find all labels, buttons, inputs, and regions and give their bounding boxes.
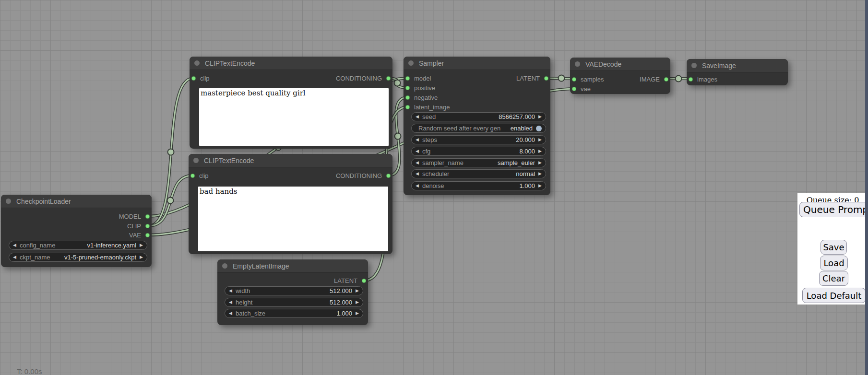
node-title: CLIPTextEncode xyxy=(204,157,254,164)
widget-width[interactable]: ◀ width 512.000 ▶ xyxy=(225,286,363,295)
widget-label: batch_size xyxy=(236,310,265,317)
increment-arrow-icon[interactable]: ▶ xyxy=(356,311,359,316)
decrement-arrow-icon[interactable]: ◀ xyxy=(416,184,419,188)
timing-stats-label: T: 0.00s xyxy=(17,367,42,375)
decrement-arrow-icon[interactable]: ◀ xyxy=(13,255,16,259)
node-collapse-dot-icon[interactable] xyxy=(194,60,200,66)
widget-value: 512.000 xyxy=(330,287,352,294)
widget-random-seed-toggle[interactable]: Random seed after every gen enabled xyxy=(411,124,546,133)
input-dot[interactable] xyxy=(572,87,576,91)
node-save-image[interactable]: SaveImage images xyxy=(687,59,788,85)
decrement-arrow-icon[interactable]: ◀ xyxy=(13,243,16,247)
widget-value: enabled xyxy=(511,125,533,132)
increment-arrow-icon[interactable]: ▶ xyxy=(356,289,359,293)
widget-steps[interactable]: ◀ steps 20.000 ▶ xyxy=(411,135,546,144)
widget-value: 1.000 xyxy=(520,182,535,189)
input-dot[interactable] xyxy=(405,86,410,90)
node-sampler[interactable]: Sampler model LATENT positive negative l… xyxy=(404,57,550,195)
increment-arrow-icon[interactable]: ▶ xyxy=(140,243,143,247)
node-collapse-dot-icon[interactable] xyxy=(691,63,697,68)
widget-scheduler[interactable]: ◀ scheduler normal ▶ xyxy=(411,169,546,178)
slot-label: images xyxy=(697,76,717,83)
widget-seed[interactable]: ◀ seed 8566257.000 ▶ xyxy=(411,112,546,121)
node-clip-text-encode-negative[interactable]: CLIPTextEncode clip CONDITIONING bad han… xyxy=(189,154,392,254)
node-title-bar[interactable]: VAEDecode xyxy=(570,58,670,71)
widget-batch-size[interactable]: ◀ batch_size 1.000 ▶ xyxy=(225,309,363,318)
node-clip-text-encode-positive[interactable]: CLIPTextEncode clip CONDITIONING masterp… xyxy=(190,57,392,149)
node-title-bar[interactable]: Sampler xyxy=(404,57,550,70)
load-default-button[interactable]: Load Default xyxy=(802,288,866,303)
clear-button[interactable]: Clear xyxy=(819,271,848,286)
widget-config-name[interactable]: ◀ config_name v1-inference.yaml ▶ xyxy=(9,241,147,250)
increment-arrow-icon[interactable]: ▶ xyxy=(538,161,542,165)
widget-denoise[interactable]: ◀ denoise 1.000 ▶ xyxy=(411,181,546,190)
output-dot[interactable] xyxy=(145,214,150,219)
widget-label: denoise xyxy=(422,182,444,189)
node-collapse-dot-icon[interactable] xyxy=(193,158,199,163)
node-title-bar[interactable]: CLIPTextEncode xyxy=(190,57,392,70)
node-collapse-dot-icon[interactable] xyxy=(222,263,227,269)
node-title: CheckpointLoader xyxy=(16,198,71,205)
increment-arrow-icon[interactable]: ▶ xyxy=(538,172,542,176)
node-title-bar[interactable]: CLIPTextEncode xyxy=(189,154,392,167)
output-slot-conditioning: CONDITIONING xyxy=(190,74,392,82)
output-dot[interactable] xyxy=(362,279,366,283)
node-title: VAEDecode xyxy=(585,60,621,68)
node-vae-decode[interactable]: VAEDecode samples IMAGE vae xyxy=(570,58,670,94)
increment-arrow-icon[interactable]: ▶ xyxy=(538,184,542,188)
output-dot[interactable] xyxy=(544,76,548,81)
decrement-arrow-icon[interactable]: ◀ xyxy=(229,300,232,305)
node-title-bar[interactable]: SaveImage xyxy=(687,59,788,72)
prompt-textarea-negative[interactable]: bad hands xyxy=(198,187,388,251)
node-collapse-dot-icon[interactable] xyxy=(408,60,414,66)
input-dot[interactable] xyxy=(689,77,693,82)
widget-value: 20.000 xyxy=(516,136,535,143)
prompt-textarea-positive[interactable]: masterpiece best quality girl xyxy=(199,88,389,146)
node-empty-latent-image[interactable]: EmptyLatentImage LATENT ◀ width 512.000 … xyxy=(217,259,368,325)
slot-label: CLIP xyxy=(127,223,141,230)
widget-cfg[interactable]: ◀ cfg 8.000 ▶ xyxy=(411,147,546,156)
toggle-circle-icon[interactable] xyxy=(536,126,542,131)
output-slot-clip: CLIP xyxy=(1,222,152,230)
decrement-arrow-icon[interactable]: ◀ xyxy=(416,149,419,153)
load-button[interactable]: Load xyxy=(820,256,848,270)
widget-height[interactable]: ◀ height 512.000 ▶ xyxy=(225,298,363,307)
input-dot[interactable] xyxy=(405,95,410,100)
decrement-arrow-icon[interactable]: ◀ xyxy=(416,172,419,176)
decrement-arrow-icon[interactable]: ◀ xyxy=(416,138,419,142)
node-title: CLIPTextEncode xyxy=(205,59,255,67)
increment-arrow-icon[interactable]: ▶ xyxy=(538,149,542,153)
widget-label: config_name xyxy=(20,242,55,249)
increment-arrow-icon[interactable]: ▶ xyxy=(538,115,542,119)
increment-arrow-icon[interactable]: ▶ xyxy=(356,300,359,305)
node-title-bar[interactable]: CheckpointLoader xyxy=(1,195,152,208)
output-dot[interactable] xyxy=(145,224,150,228)
output-dot[interactable] xyxy=(386,76,391,81)
node-collapse-dot-icon[interactable] xyxy=(6,199,11,204)
widget-label: sampler_name xyxy=(422,159,464,166)
save-button[interactable]: Save xyxy=(820,240,847,255)
output-slot-conditioning: CONDITIONING xyxy=(189,171,392,180)
input-slot-vae: vae xyxy=(570,84,670,93)
decrement-arrow-icon[interactable]: ◀ xyxy=(229,311,232,316)
queue-prompt-button[interactable]: Queue Prompt xyxy=(799,202,868,217)
window-scrollbar[interactable] xyxy=(865,0,868,375)
decrement-arrow-icon[interactable]: ◀ xyxy=(416,161,419,165)
slot-label: CONDITIONING xyxy=(336,172,382,179)
widget-sampler-name[interactable]: ◀ sampler_name sample_euler ▶ xyxy=(411,158,546,167)
decrement-arrow-icon[interactable]: ◀ xyxy=(229,289,232,293)
output-slot-latent: LATENT xyxy=(217,276,368,285)
node-collapse-dot-icon[interactable] xyxy=(575,61,580,67)
node-checkpoint-loader[interactable]: CheckpointLoader MODEL CLIP VAE ◀ config… xyxy=(1,195,152,267)
output-dot[interactable] xyxy=(664,77,668,82)
node-title-bar[interactable]: EmptyLatentImage xyxy=(217,259,368,273)
output-dot[interactable] xyxy=(145,233,150,237)
input-slot-latent-image: latent_image xyxy=(404,103,550,111)
increment-arrow-icon[interactable]: ▶ xyxy=(140,255,143,259)
decrement-arrow-icon[interactable]: ◀ xyxy=(416,115,419,119)
widget-ckpt-name[interactable]: ◀ ckpt_name v1-5-pruned-emaonly.ckpt ▶ xyxy=(9,253,147,262)
input-slot-positive: positive xyxy=(404,83,550,92)
input-dot[interactable] xyxy=(405,105,410,109)
increment-arrow-icon[interactable]: ▶ xyxy=(538,138,542,142)
output-dot[interactable] xyxy=(386,174,391,178)
